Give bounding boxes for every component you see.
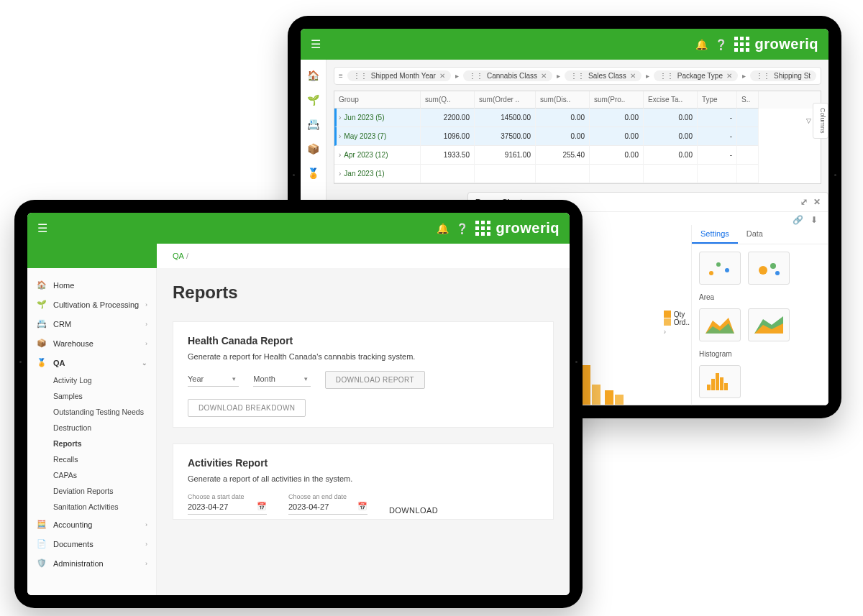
download-activities-button[interactable]: DOWNLOAD (389, 506, 438, 515)
end-date-field[interactable]: Choose an end date 2023-04-27📅 (288, 493, 367, 515)
tab-settings[interactable]: Settings (692, 225, 738, 244)
sub-reports[interactable]: Reports (53, 436, 156, 451)
download-icon[interactable]: ⬇ (811, 215, 818, 225)
cell: 0.00 (644, 146, 698, 165)
close-icon[interactable]: ✕ (630, 72, 636, 80)
col-order[interactable]: sum(Order .. (475, 91, 536, 109)
month-select[interactable]: Month▾ (253, 373, 311, 387)
start-date-value: 2023-04-27 (188, 502, 228, 511)
breadcrumb[interactable]: QA/ (173, 252, 191, 260)
year-select[interactable]: Year▾ (188, 373, 239, 387)
cell: 1933.50 (421, 146, 475, 165)
filters-tab[interactable]: ▽ (805, 117, 812, 124)
table-row[interactable]: ›Apr 2023 (12) 1933.50 9161.00 255.40 0.… (334, 146, 821, 165)
link-icon[interactable]: 🔗 (793, 215, 803, 225)
cell: Jan 2023 (1) (344, 170, 384, 178)
svg-point-1 (716, 262, 721, 267)
col-s[interactable]: S.. (737, 91, 759, 109)
menu-icon[interactable]: ☰ (311, 37, 321, 51)
filter-pill[interactable]: ⋮⋮Sales Class✕ (565, 70, 641, 81)
filter-pill[interactable]: ⋮⋮Cannabis Class✕ (463, 70, 552, 81)
rail-qa-icon[interactable]: 🏅 (308, 167, 319, 179)
close-icon[interactable]: ✕ (726, 72, 732, 80)
row-grip-icon[interactable]: ≡ (339, 72, 343, 80)
filter-label: Package Type (677, 72, 723, 80)
col-sumq[interactable]: sum(Q.. (421, 91, 475, 109)
calendar-icon[interactable]: 📅 (257, 502, 267, 511)
sidebar-item-documents[interactable]: 📄Documents› (27, 534, 156, 553)
close-icon[interactable]: ✕ (541, 72, 547, 80)
sub-capas[interactable]: CAPAs (53, 467, 156, 483)
rail-warehouse-icon[interactable]: 📦 (308, 143, 319, 155)
help-icon[interactable]: ❔ (456, 223, 468, 234)
help-icon[interactable]: ❔ (715, 39, 727, 50)
sidebar-item-accounting[interactable]: 🧮Accounting› (27, 515, 156, 534)
sub-samples[interactable]: Samples (53, 388, 156, 404)
expand-icon[interactable]: › (339, 114, 341, 121)
col-type[interactable]: Type (698, 91, 737, 109)
filter-pill[interactable]: ⋮⋮Shipped Month Year✕ (347, 70, 451, 81)
col-pro[interactable]: sum(Pro.. (590, 91, 644, 109)
table-row[interactable]: ›Jan 2023 (1) (334, 165, 821, 183)
sub-deviation[interactable]: Deviation Reports (53, 483, 156, 499)
bell-icon[interactable]: 🔔 (695, 39, 708, 50)
bell-icon[interactable]: 🔔 (437, 223, 449, 234)
col-group[interactable]: Group (334, 91, 421, 109)
chart-type-bubble[interactable] (748, 252, 790, 285)
sub-recalls[interactable]: Recalls (53, 451, 156, 467)
sub-outstanding[interactable]: Outstanding Testing Needs (53, 404, 156, 420)
rail-home-icon[interactable]: 🏠 (308, 70, 319, 81)
expand-icon[interactable]: › (339, 170, 341, 178)
menu-icon[interactable]: ☰ (37, 221, 47, 235)
expand-icon[interactable]: › (339, 132, 341, 140)
page-title: Reports (173, 282, 554, 303)
filter-pill[interactable]: ⋮⋮Shipping St (750, 70, 816, 81)
section-area: Area (692, 292, 828, 301)
sidebar-item-qa[interactable]: 🏅QA⌄ (27, 353, 156, 372)
download-report-button[interactable]: DOWNLOAD REPORT (325, 371, 425, 389)
front-tablet: ☰ 🔔 ❔ groweriq QA/ 🏠Home 🌱C (14, 200, 583, 608)
col-dis[interactable]: sum(Dis.. (536, 91, 590, 109)
tab-data[interactable]: Data (738, 225, 772, 244)
expand-icon[interactable]: ⤢ (800, 197, 808, 207)
grid-tool-rail[interactable]: Columns ▽ (813, 103, 828, 139)
cell: 255.40 (536, 146, 590, 165)
table-row[interactable]: ›May 2023 (7) 1096.00 37500.00 0.00 0.00… (334, 127, 821, 146)
filter-pill[interactable]: ⋮⋮Package Type✕ (654, 70, 738, 81)
svg-rect-14 (724, 383, 728, 390)
start-date-field[interactable]: Choose a start date 2023-04-27📅 (188, 493, 267, 515)
sidebar-item-cultivation[interactable]: 🌱Cultivation & Processing› (27, 295, 156, 314)
chart-type-area-stacked[interactable] (748, 308, 790, 341)
table-row[interactable]: ›Jun 2023 (5) 2200.00 14500.00 0.00 0.00… (334, 109, 821, 127)
expand-icon[interactable]: › (339, 151, 341, 159)
filter-bar[interactable]: ≡ ⋮⋮Shipped Month Year✕ ▸ ⋮⋮Cannabis Cla… (334, 67, 821, 85)
chart-type-histogram[interactable] (699, 365, 741, 398)
crumb-qa[interactable]: QA (173, 252, 184, 260)
legend-more-icon[interactable]: › (664, 328, 690, 336)
chart-type-area[interactable] (699, 308, 741, 341)
rail-cultivation-icon[interactable]: 🌱 (308, 94, 319, 106)
activities-card: Activities Report Generate a report of a… (173, 443, 554, 520)
nav-label: Cultivation & Processing (53, 300, 139, 309)
columns-tab[interactable]: Columns (819, 108, 826, 134)
accounting-icon: 🧮 (36, 520, 47, 529)
data-grid: Group sum(Q.. sum(Order .. sum(Dis.. sum… (334, 91, 821, 184)
download-breakdown-button[interactable]: DOWNLOAD BREAKDOWN (188, 399, 306, 417)
rail-crm-icon[interactable]: 📇 (308, 119, 319, 130)
sub-sanitation[interactable]: Sanitation Activities (53, 499, 156, 515)
chart-type-scatter[interactable] (699, 252, 741, 285)
sub-destruction[interactable]: Destruction (53, 420, 156, 436)
sidebar-item-administration[interactable]: 🛡️Administration› (27, 553, 156, 573)
sidebar-item-crm[interactable]: 📇CRM› (27, 314, 156, 334)
col-excise[interactable]: Excise Ta.. (644, 91, 698, 109)
sidebar-item-home[interactable]: 🏠Home (27, 275, 156, 295)
svg-rect-10 (707, 385, 711, 390)
close-icon[interactable]: ✕ (439, 72, 445, 80)
nav-label: Home (53, 281, 74, 290)
nav-label: Accounting (53, 520, 92, 529)
sub-activity[interactable]: Activity Log (53, 372, 156, 388)
chart-settings-panel: Settings Data Area (691, 225, 828, 405)
sidebar-item-warehouse[interactable]: 📦Warehouse› (27, 334, 156, 353)
calendar-icon[interactable]: 📅 (357, 502, 367, 511)
close-icon[interactable]: ✕ (813, 197, 821, 207)
